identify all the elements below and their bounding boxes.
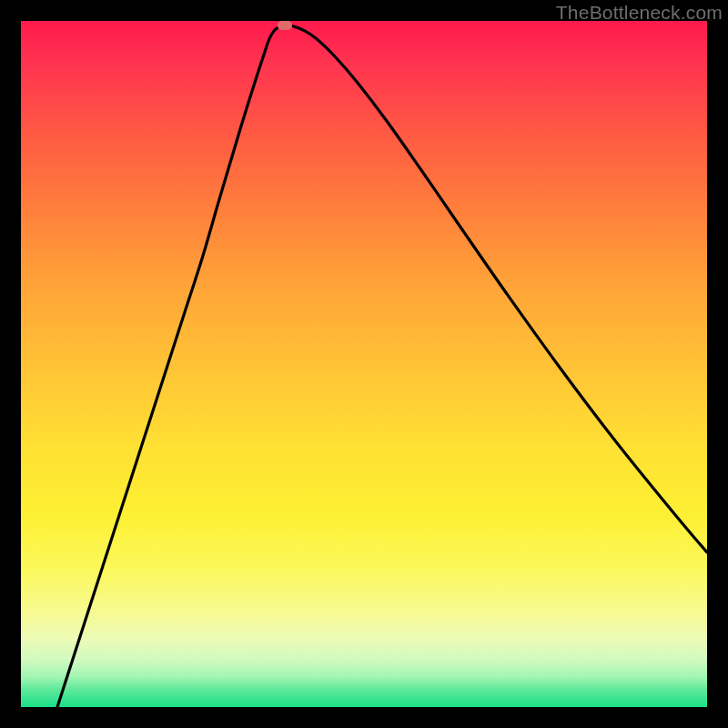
chart-frame [21,21,707,707]
chart-background-gradient [21,21,707,707]
minimum-marker [278,21,292,30]
